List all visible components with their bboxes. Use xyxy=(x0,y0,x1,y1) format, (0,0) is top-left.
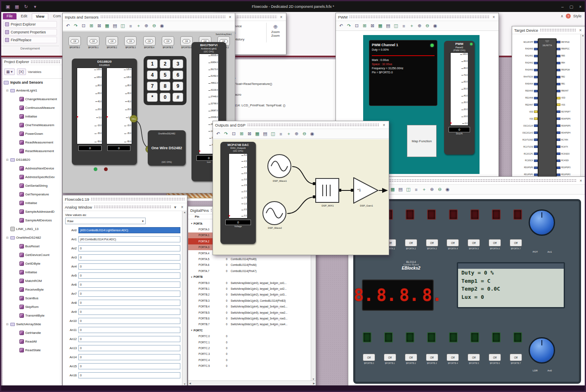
panel-toolbar-icon[interactable]: ⊕ xyxy=(428,186,435,193)
close-icon[interactable]: × xyxy=(180,205,185,209)
switch-body[interactable]: Off xyxy=(106,36,118,46)
panel-toolbar-icon[interactable]: ＋ xyxy=(135,22,142,29)
keypad-key[interactable]: * xyxy=(147,93,158,102)
chip-pin[interactable]: RB1 xyxy=(557,81,581,87)
dsp-gain-component[interactable]: *1 xyxy=(353,177,380,204)
panel-toolbar-icon[interactable]: ◉ xyxy=(158,22,165,29)
chip-pin[interactable]: RD5/PSP5 xyxy=(557,123,581,129)
help-icon[interactable]: ? xyxy=(566,14,571,19)
switch-body[interactable]: Off xyxy=(87,36,99,46)
zoom-label[interactable]: Zoom xyxy=(271,30,279,34)
digital-pin-row[interactable]: PORTC.2 0 xyxy=(188,345,311,351)
ribbon-button[interactable]: Find/Replace xyxy=(3,37,57,43)
panel-toolbar-icon[interactable]: ▤ xyxy=(385,22,392,29)
chip-pin[interactable]: RB7/PGD xyxy=(557,39,581,45)
keypad-key[interactable]: # xyxy=(172,93,183,102)
keypad-key[interactable]: 4 xyxy=(147,70,158,80)
tree-item[interactable]: LINK_LING_13 xyxy=(2,225,62,233)
panel-toolbar-icon[interactable]: ⊕ xyxy=(143,22,150,29)
switch-off-button[interactable]: Off xyxy=(90,39,97,43)
digital-pin-row[interactable]: PORTC.3 0 xyxy=(188,351,311,357)
tree-item[interactable]: SampleAllDevices xyxy=(2,216,62,225)
tree-item[interactable]: ReceiveByte xyxy=(2,285,62,294)
panel-toolbar-icon[interactable]: ＋ xyxy=(421,186,428,193)
board-off-button[interactable]: Off xyxy=(468,354,480,361)
panel-toolbar-icon[interactable]: ≡ xyxy=(277,130,284,137)
tree-item[interactable]: ReadMeasurement xyxy=(2,138,62,147)
tree-expander-icon[interactable] xyxy=(190,276,194,278)
tree-item[interactable]: MatchROM xyxy=(2,277,62,285)
chip-pin[interactable]: RA0/AN0 xyxy=(513,46,538,52)
digital-pin-row[interactable]: PORTB.6 0 SwitchArraySlide1(pin6), keypa… xyxy=(188,315,311,321)
panel-toolbar-icon[interactable]: ◫ xyxy=(392,22,399,29)
tree-item[interactable]: Initialise xyxy=(2,112,62,121)
tree-item[interactable]: TransmitByte xyxy=(2,311,62,320)
analog-value-field[interactable]: 0 xyxy=(78,245,180,251)
digital-pin-row[interactable]: PORTB.4 0 SwitchArraySlide1(pin4), keypa… xyxy=(188,303,311,309)
panel-toolbar-icon[interactable]: ⊠ xyxy=(246,130,253,137)
panel-toolbar-icon[interactable]: ⊕ xyxy=(416,22,423,29)
chip-pin[interactable]: VSS xyxy=(513,116,538,122)
chip-pin[interactable]: RC5/SDO xyxy=(557,151,581,157)
tree-expander-icon[interactable] xyxy=(190,222,194,225)
chip-pin[interactable]: VDD xyxy=(557,95,581,101)
chip-pin[interactable]: RE2/AN7 xyxy=(513,102,538,108)
analog-value-field[interactable]: (#20:ComboBL0114:LightSensor.ADC) xyxy=(78,227,180,233)
panel-toolbar-icon[interactable]: ≡ xyxy=(400,22,407,29)
variables-icon[interactable]: {X} xyxy=(17,68,26,75)
analog-value-field[interactable]: 0 xyxy=(78,254,180,261)
ribbon-tab[interactable]: View xyxy=(32,13,48,19)
chip-pin[interactable]: RE0/AN5 xyxy=(513,88,538,94)
chip-pin[interactable]: RA1/AN1 xyxy=(513,53,538,59)
tree-item[interactable]: GetHandle xyxy=(2,329,62,337)
switch-body[interactable]: Off xyxy=(69,36,81,46)
dac-component[interactable]: MCP4746 DAC DAC_Output1 (I2C CH1) 5.04.5… xyxy=(220,142,256,244)
pwm-scope[interactable]: PWM Channel 1 Duty = 0.00% Mark : 0.00us… xyxy=(369,40,437,106)
tree-item[interactable]: GetTemperature xyxy=(2,190,62,199)
dsp-mixer-component[interactable] xyxy=(315,178,339,203)
digital-pin-row[interactable]: PORTB.0 0 SwitchArraySlide1(pin0), keypa… xyxy=(188,280,311,286)
panel-toolbar-icon[interactable]: ≡ xyxy=(413,186,420,193)
chip-pin[interactable]: RB3/PGM xyxy=(557,67,581,73)
chip-pin[interactable]: RE1/AN6 xyxy=(513,95,538,101)
analog-value-field[interactable]: 0 xyxy=(78,336,180,342)
switch-off-button[interactable]: Off xyxy=(182,39,190,43)
chip-pin[interactable]: RC3/SCK xyxy=(513,158,538,164)
close-icon[interactable]: × xyxy=(491,15,496,19)
keypad-key[interactable]: 8 xyxy=(160,82,170,91)
switch-body[interactable]: Off xyxy=(124,36,137,46)
panel-toolbar-icon[interactable]: ⊖ xyxy=(151,22,158,29)
analog-value-field[interactable]: 0 xyxy=(78,372,180,378)
tree-item[interactable]: ReadState xyxy=(2,346,62,354)
panel-toolbar-icon[interactable]: ⊞ xyxy=(238,130,245,137)
digital-pin-row[interactable]: PORTC.1 0 xyxy=(188,339,311,345)
panel-toolbar-icon[interactable]: ⊡ xyxy=(80,22,87,29)
map-function-block[interactable]: Map Function xyxy=(407,125,437,157)
tree-item[interactable]: GetIDByte xyxy=(2,259,62,268)
tree-item[interactable]: SwitchArraySlide xyxy=(2,320,62,329)
keypad-key[interactable]: 6 xyxy=(172,70,183,80)
tree-item[interactable]: Initialise xyxy=(2,268,62,277)
analog-value-field[interactable]: 0 xyxy=(78,318,180,324)
panel-toolbar-icon[interactable]: ◉ xyxy=(309,130,316,137)
analog-value-field[interactable]: 0 xyxy=(78,291,180,297)
tree-item[interactable]: SkipRom xyxy=(2,303,62,311)
close-button[interactable]: × xyxy=(579,5,581,9)
ribbon-tab[interactable]: File xyxy=(3,13,17,19)
analog-value-field[interactable]: 0 xyxy=(78,272,180,279)
panel-toolbar-icon[interactable]: ⊖ xyxy=(424,22,431,29)
digital-pin-row[interactable]: PORTB.1 0 SwitchArraySlide1(pin1), keypa… xyxy=(188,286,311,291)
chip-pin[interactable]: RD3/PSP3 xyxy=(557,165,581,171)
panel-toolbar-icon[interactable]: ▤ xyxy=(111,22,118,29)
digital-pin-row[interactable]: PORTB.5 0 SwitchArraySlide1(pin5), keypa… xyxy=(188,310,311,315)
ribbon-collapse-icon[interactable]: ∧ xyxy=(560,14,563,18)
digital-pin-row[interactable]: PORTC.4 0 xyxy=(188,357,311,363)
analog-value-field[interactable]: 0 xyxy=(78,300,180,306)
tree-item[interactable]: ChangeMeasurement xyxy=(2,95,62,103)
macro-icon[interactable]: ▦ ▾ xyxy=(4,68,15,75)
panel-toolbar-icon[interactable]: ⊡ xyxy=(353,22,360,29)
chip-pin[interactable]: VSS xyxy=(557,102,581,108)
digital-pin-row[interactable]: PORTC.0 0 xyxy=(188,333,311,339)
chip-pin[interactable]: RD0/PSP0 xyxy=(513,165,538,171)
chip-pin[interactable]: RC4/SDI xyxy=(557,158,581,164)
